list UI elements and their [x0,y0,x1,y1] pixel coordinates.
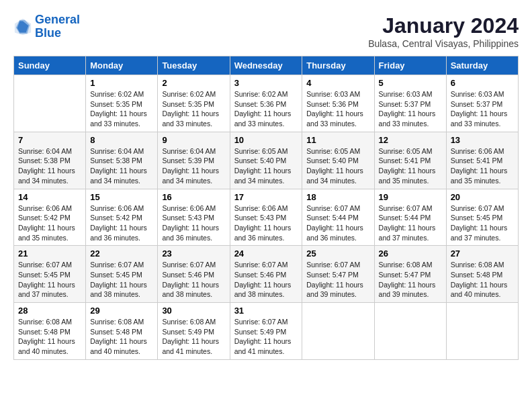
calendar-cell: 24Sunrise: 6:07 AMSunset: 5:46 PMDayligh… [230,246,302,303]
cell-info: Sunrise: 6:04 AMSunset: 5:39 PMDaylight:… [162,146,225,186]
day-number: 7 [18,135,81,145]
title-area: January 2024 Bulasa, Central Visayas, Ph… [368,13,519,49]
day-number: 5 [379,78,442,88]
calendar-cell: 2Sunrise: 6:02 AMSunset: 5:35 PMDaylight… [158,75,230,132]
calendar-cell: 1Sunrise: 6:02 AMSunset: 5:35 PMDaylight… [86,75,158,132]
day-number: 3 [234,78,298,88]
calendar-table: SundayMondayTuesdayWednesdayThursdayFrid… [13,56,519,360]
calendar-cell: 3Sunrise: 6:02 AMSunset: 5:36 PMDaylight… [230,75,302,132]
calendar-cell [446,303,518,360]
calendar-cell: 25Sunrise: 6:07 AMSunset: 5:47 PMDayligh… [302,246,374,303]
cell-info: Sunrise: 6:07 AMSunset: 5:45 PMDaylight:… [18,260,81,300]
day-number: 9 [162,135,225,145]
day-number: 30 [162,306,225,316]
calendar-cell [374,303,446,360]
day-number: 23 [162,248,225,259]
cell-info: Sunrise: 6:07 AMSunset: 5:44 PMDaylight:… [306,203,369,243]
cell-info: Sunrise: 6:07 AMSunset: 5:49 PMDaylight:… [234,317,298,357]
cell-info: Sunrise: 6:08 AMSunset: 5:48 PMDaylight:… [90,317,153,357]
day-number: 15 [90,192,153,202]
calendar-cell: 16Sunrise: 6:06 AMSunset: 5:43 PMDayligh… [158,189,230,246]
calendar-cell: 11Sunrise: 6:05 AMSunset: 5:40 PMDayligh… [302,132,374,189]
cell-info: Sunrise: 6:05 AMSunset: 5:40 PMDaylight:… [234,146,298,186]
calendar-cell: 29Sunrise: 6:08 AMSunset: 5:48 PMDayligh… [86,303,158,360]
calendar-cell: 15Sunrise: 6:06 AMSunset: 5:42 PMDayligh… [86,189,158,246]
day-number: 19 [379,192,442,202]
logo: General Blue [13,13,80,40]
week-row-4: 28Sunrise: 6:08 AMSunset: 5:48 PMDayligh… [14,303,519,360]
day-number: 25 [306,248,369,259]
cell-info: Sunrise: 6:07 AMSunset: 5:47 PMDaylight:… [306,260,369,300]
cell-info: Sunrise: 6:08 AMSunset: 5:48 PMDaylight:… [18,317,81,357]
cell-info: Sunrise: 6:07 AMSunset: 5:46 PMDaylight:… [162,260,225,300]
day-number: 4 [306,78,369,88]
cell-info: Sunrise: 6:05 AMSunset: 5:40 PMDaylight:… [306,146,369,186]
calendar-cell: 7Sunrise: 6:04 AMSunset: 5:38 PMDaylight… [14,132,86,189]
calendar-cell: 17Sunrise: 6:06 AMSunset: 5:43 PMDayligh… [230,189,302,246]
cell-info: Sunrise: 6:06 AMSunset: 5:43 PMDaylight:… [162,203,225,243]
day-number: 20 [451,192,514,202]
calendar-cell: 22Sunrise: 6:07 AMSunset: 5:45 PMDayligh… [86,246,158,303]
cell-info: Sunrise: 6:03 AMSunset: 5:36 PMDaylight:… [306,89,369,129]
day-header-tuesday: Tuesday [158,56,230,75]
day-number: 10 [234,135,298,145]
cell-info: Sunrise: 6:08 AMSunset: 5:49 PMDaylight:… [162,317,225,357]
logo-text: General Blue [35,13,80,40]
day-header-thursday: Thursday [302,56,374,75]
day-number: 29 [90,306,153,316]
header: General Blue January 2024 Bulasa, Centra… [13,13,519,49]
calendar-cell [302,303,374,360]
calendar-cell: 21Sunrise: 6:07 AMSunset: 5:45 PMDayligh… [14,246,86,303]
calendar-cell: 26Sunrise: 6:08 AMSunset: 5:47 PMDayligh… [374,246,446,303]
day-header-saturday: Saturday [446,56,518,75]
day-number: 1 [90,78,153,88]
day-header-monday: Monday [86,56,158,75]
calendar-cell: 27Sunrise: 6:08 AMSunset: 5:48 PMDayligh… [446,246,518,303]
week-row-0: 1Sunrise: 6:02 AMSunset: 5:35 PMDaylight… [14,75,519,132]
cell-info: Sunrise: 6:08 AMSunset: 5:47 PMDaylight:… [379,260,442,300]
calendar-cell: 12Sunrise: 6:05 AMSunset: 5:41 PMDayligh… [374,132,446,189]
day-number: 24 [234,248,298,259]
day-number: 13 [451,135,514,145]
calendar-cell: 20Sunrise: 6:07 AMSunset: 5:45 PMDayligh… [446,189,518,246]
day-number: 14 [18,192,81,202]
cell-info: Sunrise: 6:06 AMSunset: 5:42 PMDaylight:… [90,203,153,243]
cell-info: Sunrise: 6:06 AMSunset: 5:42 PMDaylight:… [18,203,81,243]
day-number: 31 [234,306,298,316]
calendar-cell: 6Sunrise: 6:03 AMSunset: 5:37 PMDaylight… [446,75,518,132]
calendar-cell: 30Sunrise: 6:08 AMSunset: 5:49 PMDayligh… [158,303,230,360]
day-header-wednesday: Wednesday [230,56,302,75]
cell-info: Sunrise: 6:05 AMSunset: 5:41 PMDaylight:… [379,146,442,186]
day-number: 17 [234,192,298,202]
calendar-cell: 4Sunrise: 6:03 AMSunset: 5:36 PMDaylight… [302,75,374,132]
day-number: 2 [162,78,225,88]
cell-info: Sunrise: 6:08 AMSunset: 5:48 PMDaylight:… [451,260,514,300]
subtitle: Bulasa, Central Visayas, Philippines [368,38,519,49]
day-number: 28 [18,306,81,316]
day-number: 18 [306,192,369,202]
day-number: 27 [451,248,514,259]
header-row: SundayMondayTuesdayWednesdayThursdayFrid… [14,56,519,75]
day-number: 16 [162,192,225,202]
cell-info: Sunrise: 6:07 AMSunset: 5:44 PMDaylight:… [379,203,442,243]
week-row-1: 7Sunrise: 6:04 AMSunset: 5:38 PMDaylight… [14,132,519,189]
calendar-cell: 28Sunrise: 6:08 AMSunset: 5:48 PMDayligh… [14,303,86,360]
main-title: January 2024 [368,13,519,38]
week-row-2: 14Sunrise: 6:06 AMSunset: 5:42 PMDayligh… [14,189,519,246]
cell-info: Sunrise: 6:04 AMSunset: 5:38 PMDaylight:… [18,146,81,186]
cell-info: Sunrise: 6:07 AMSunset: 5:45 PMDaylight:… [451,203,514,243]
cell-info: Sunrise: 6:07 AMSunset: 5:45 PMDaylight:… [90,260,153,300]
day-number: 26 [379,248,442,259]
cell-info: Sunrise: 6:06 AMSunset: 5:43 PMDaylight:… [234,203,298,243]
calendar-cell: 14Sunrise: 6:06 AMSunset: 5:42 PMDayligh… [14,189,86,246]
day-number: 8 [90,135,153,145]
day-number: 22 [90,248,153,259]
cell-info: Sunrise: 6:04 AMSunset: 5:38 PMDaylight:… [90,146,153,186]
cell-info: Sunrise: 6:07 AMSunset: 5:46 PMDaylight:… [234,260,298,300]
day-number: 6 [451,78,514,88]
cell-info: Sunrise: 6:02 AMSunset: 5:35 PMDaylight:… [162,89,225,129]
cell-info: Sunrise: 6:06 AMSunset: 5:41 PMDaylight:… [451,146,514,186]
cell-info: Sunrise: 6:03 AMSunset: 5:37 PMDaylight:… [379,89,442,129]
week-row-3: 21Sunrise: 6:07 AMSunset: 5:45 PMDayligh… [14,246,519,303]
cell-info: Sunrise: 6:02 AMSunset: 5:36 PMDaylight:… [234,89,298,129]
